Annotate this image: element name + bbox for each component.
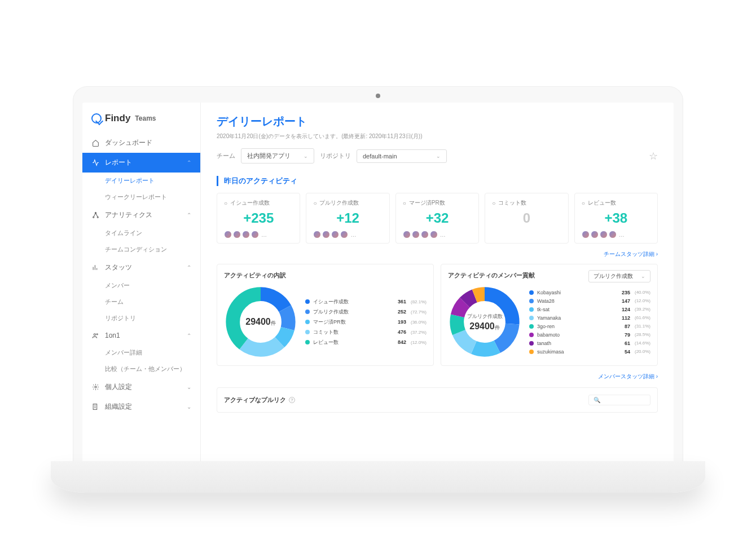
active-pr-search[interactable]: 🔍 bbox=[588, 395, 650, 405]
legend-pct: (12.0%) bbox=[635, 298, 650, 303]
page-subtitle: 2020年11月20日(金)のデータを表示しています。(最終更新: 2020年1… bbox=[217, 132, 658, 140]
legend-pct: (20.0%) bbox=[635, 349, 650, 354]
legend-row: コミット数 476(37.2%) bbox=[305, 329, 427, 336]
chevron-down-icon: ⌄ bbox=[436, 153, 441, 159]
chevron-up-icon: ⌃ bbox=[187, 212, 191, 218]
legend-name: babamoto bbox=[537, 332, 621, 338]
legend-value: 112 bbox=[622, 315, 630, 321]
breakdown-title: アクティビティの内訳 bbox=[224, 271, 427, 280]
stat-avatars: … bbox=[582, 231, 650, 238]
stat-card: ○プルリク作成数 +12 … bbox=[306, 193, 389, 244]
legend-color-icon bbox=[529, 299, 534, 303]
building-icon bbox=[91, 403, 99, 411]
legend-value: 87 bbox=[625, 324, 630, 329]
nav-report-daily[interactable]: デイリーレポート bbox=[82, 173, 200, 189]
filter-row: チーム 社内開発アプリ ⌄ リポジトリ default-main ⌄ ☆ bbox=[217, 148, 658, 163]
legend-color-icon bbox=[529, 316, 534, 320]
activity-section-title: 昨日のアクティビティ bbox=[217, 176, 658, 186]
breakdown-total: 29400 bbox=[245, 317, 271, 326]
nav-personal-settings[interactable]: 個人設定 ⌄ bbox=[82, 377, 200, 397]
legend-value: 476 bbox=[398, 329, 406, 335]
nav-label: 組織設定 bbox=[105, 402, 132, 412]
favorite-star-icon[interactable]: ☆ bbox=[649, 150, 658, 162]
bar-chart-icon bbox=[91, 264, 99, 272]
nav-1on1[interactable]: 1on1 ⌃ bbox=[82, 326, 200, 344]
breakdown-legend: イシュー作成数 361(82.1%) プルリク作成数 252(72.7%) マー… bbox=[305, 298, 427, 346]
stat-card: ○イシュー作成数 +235 … bbox=[217, 193, 300, 244]
legend-name: suzukimasa bbox=[537, 349, 621, 355]
activity-icon bbox=[91, 159, 99, 167]
users-icon bbox=[91, 331, 99, 339]
legend-row: マージ済PR数 193(36.0%) bbox=[305, 319, 427, 326]
repo-select-value: default-main bbox=[363, 153, 397, 160]
legend-pct: (61.6%) bbox=[635, 315, 650, 320]
legend-value: 124 bbox=[622, 307, 630, 312]
member-stats-link[interactable]: メンバースタッツ詳細 › bbox=[598, 373, 658, 379]
legend-pct: (36.0%) bbox=[411, 320, 427, 325]
nav-stats-repo[interactable]: リポジトリ bbox=[82, 310, 200, 326]
stat-label: マージ済PR数 bbox=[409, 199, 445, 207]
svg-point-3 bbox=[94, 333, 95, 335]
nav-stats[interactable]: スタッツ ⌃ bbox=[82, 258, 200, 277]
main-content: デイリーレポート 2020年11月20日(金)のデータを表示しています。(最終更… bbox=[201, 103, 674, 470]
brand-mark-icon bbox=[91, 113, 102, 123]
legend-color-icon bbox=[529, 341, 534, 346]
nav-1on1-member[interactable]: メンバー詳細 bbox=[82, 344, 200, 361]
nav-analytics-condition[interactable]: チームコンディション bbox=[82, 241, 200, 258]
legend-pct: (12.0%) bbox=[411, 340, 427, 345]
nav-report-weekly[interactable]: ウィークリーレポート bbox=[82, 189, 200, 205]
contribution-legend: Kobayashi 235(40.0%) Wata28 147(12.0%) t… bbox=[529, 290, 650, 355]
nav-report[interactable]: レポート ⌃ bbox=[82, 153, 200, 173]
stat-icon: ○ bbox=[492, 200, 495, 206]
repo-filter-label: リポジトリ bbox=[320, 152, 351, 160]
legend-name: イシュー作成数 bbox=[313, 298, 394, 306]
breakdown-unit: 件 bbox=[271, 320, 276, 326]
legend-name: tanath bbox=[537, 341, 621, 346]
nav-stats-member[interactable]: メンバー bbox=[82, 277, 200, 294]
stat-icon: ○ bbox=[313, 200, 317, 206]
nav-1on1-compare[interactable]: 比較（チーム・他メンバー） bbox=[82, 361, 200, 377]
contribution-metric-select[interactable]: プルリク作成数 ⌄ bbox=[588, 270, 650, 282]
team-select-value: 社内開発アプリ bbox=[247, 152, 291, 160]
active-pr-title: アクティブなプルリク bbox=[224, 396, 286, 404]
repo-select[interactable]: default-main ⌄ bbox=[357, 149, 447, 163]
legend-row: イシュー作成数 361(82.1%) bbox=[305, 298, 427, 306]
svg-point-5 bbox=[94, 386, 96, 388]
graph-icon bbox=[91, 211, 99, 219]
brand-name: Findy bbox=[105, 113, 130, 124]
nav-label: レポート bbox=[105, 158, 132, 167]
legend-row: tk-sat 124(39.2%) bbox=[529, 307, 650, 312]
svg-point-4 bbox=[96, 333, 98, 334]
nav-dashboard[interactable]: ダッシュボード bbox=[82, 133, 200, 153]
nav-stats-team[interactable]: チーム bbox=[82, 294, 200, 310]
stat-avatars: … bbox=[403, 231, 472, 238]
legend-color-icon bbox=[529, 290, 534, 295]
legend-name: Kobayashi bbox=[537, 290, 618, 295]
legend-name: 3go-ren bbox=[537, 324, 621, 329]
team-select[interactable]: 社内開発アプリ ⌄ bbox=[241, 148, 314, 163]
nav-analytics[interactable]: アナリティクス ⌃ bbox=[82, 205, 200, 225]
laptop-base bbox=[51, 461, 705, 493]
chevron-up-icon: ⌃ bbox=[187, 160, 191, 166]
legend-color-icon bbox=[305, 310, 310, 314]
stat-card: ○レビュー数 +38 … bbox=[574, 193, 658, 244]
legend-name: tk-sat bbox=[537, 307, 618, 312]
chevron-down-icon: ⌄ bbox=[304, 153, 308, 159]
legend-row: Kobayashi 235(40.0%) bbox=[529, 290, 650, 295]
nav-analytics-timeline[interactable]: タイムライン bbox=[82, 225, 200, 241]
nav-org-settings[interactable]: 組織設定 ⌄ bbox=[82, 397, 200, 417]
info-icon[interactable]: ? bbox=[289, 397, 295, 403]
chart-row: アクティビティの内訳 29400件 イシュー作成数 361(82.1%) bbox=[217, 264, 658, 366]
legend-value: 147 bbox=[622, 298, 630, 304]
stat-value: 0 bbox=[492, 210, 561, 226]
stat-label: コミット数 bbox=[498, 199, 526, 207]
camera-dot bbox=[376, 94, 380, 98]
stat-card: ○マージ済PR数 +32 … bbox=[395, 193, 479, 244]
gear-icon bbox=[91, 383, 99, 391]
contribution-card: アクティビティのメンバー貢献 プルリク作成数 ⌄ プルリク作成数 29400件 bbox=[441, 264, 658, 366]
legend-value: 252 bbox=[398, 309, 406, 315]
stat-avatars: … bbox=[313, 231, 382, 238]
team-stats-link[interactable]: チームスタッツ詳細 › bbox=[604, 251, 658, 257]
legend-color-icon bbox=[305, 320, 310, 324]
legend-row: babamoto 79(28.5%) bbox=[529, 332, 650, 338]
